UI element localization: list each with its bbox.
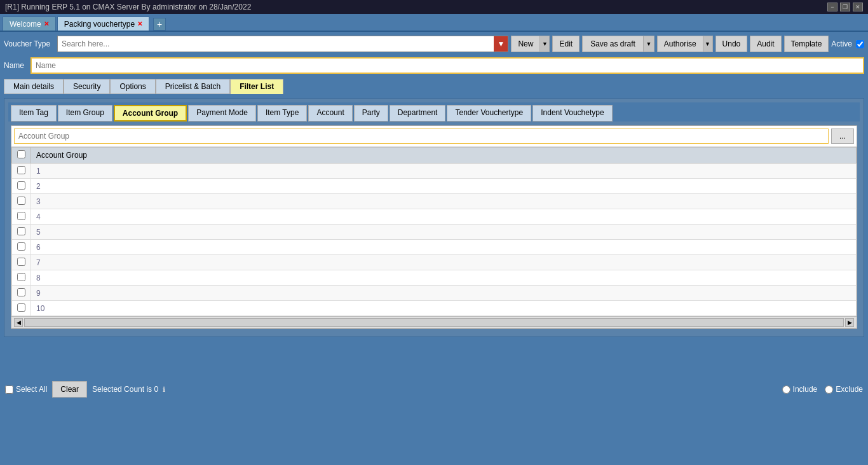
sub-tab-item-group[interactable]: Item Group	[58, 105, 112, 121]
row-checkbox[interactable]	[17, 181, 25, 190]
row-checkbox[interactable]	[17, 197, 25, 205]
tab-packing[interactable]: Packing vouchertype ✕	[57, 17, 149, 31]
selected-count-label: Selected Count is 0 ℹ	[92, 385, 165, 394]
row-checkbox[interactable]	[17, 242, 25, 251]
row-checkbox[interactable]	[17, 166, 25, 174]
row-account-group: 1	[31, 163, 857, 179]
sub-tab-item-tag[interactable]: Item Tag	[11, 105, 57, 121]
sub-tab-payment-mode[interactable]: Payment Mode	[188, 105, 256, 121]
title-bar-controls: − ❐ ✕	[827, 3, 863, 11]
toolbar-row: Voucher Type ▼ New ▼ Edit Save as draft …	[4, 36, 864, 52]
table-row: 3	[12, 194, 857, 209]
row-account-group: 8	[31, 270, 857, 286]
row-account-group: 4	[31, 209, 857, 225]
tab-welcome-close[interactable]: ✕	[44, 20, 49, 27]
row-account-group: 2	[31, 179, 857, 194]
template-button[interactable]: Template	[784, 36, 829, 52]
select-all-header	[12, 148, 31, 163]
account-group-table: Account Group 1 2 3	[11, 147, 857, 316]
authorise-arrow-button[interactable]: ▼	[703, 36, 713, 52]
tab-main-details[interactable]: Main details	[4, 79, 64, 94]
row-checkbox-cell	[12, 179, 31, 194]
scroll-track[interactable]	[24, 318, 844, 327]
sub-tab-tender-voucher[interactable]: Tender Vouchertype	[447, 105, 531, 121]
sub-tabs: Item Tag Item Group Account Group Paymen…	[8, 102, 860, 121]
row-checkbox-cell	[12, 240, 31, 255]
sub-tab-account-group[interactable]: Account Group	[114, 105, 187, 121]
edit-button[interactable]: Edit	[552, 36, 580, 52]
row-checkbox[interactable]	[17, 288, 25, 296]
tab-security[interactable]: Security	[64, 79, 110, 94]
new-button-group: New ▼	[511, 36, 550, 52]
authorise-button-group: Authorise ▼	[657, 36, 713, 52]
authorise-button[interactable]: Authorise	[657, 36, 703, 52]
exclude-radio[interactable]	[825, 385, 833, 394]
active-checkbox-right[interactable]	[856, 40, 864, 48]
row-checkbox[interactable]	[17, 212, 25, 220]
row-checkbox[interactable]	[17, 303, 25, 312]
tab-add-button[interactable]: +	[153, 18, 166, 31]
audit-button[interactable]: Audit	[750, 36, 781, 52]
tab-packing-close[interactable]: ✕	[137, 20, 142, 27]
row-checkbox-cell	[12, 255, 31, 270]
sub-tab-indent-voucher[interactable]: Indent Vouchetype	[532, 105, 612, 121]
content-panel: Item Tag Item Group Account Group Paymen…	[4, 98, 864, 337]
tab-welcome[interactable]: Welcome ✕	[3, 17, 56, 31]
active-label-right: Active	[831, 39, 852, 48]
tab-filter-list[interactable]: Filter List	[230, 79, 283, 94]
name-label: Name	[4, 61, 27, 70]
row-account-group: 7	[31, 255, 857, 270]
select-all-checkbox[interactable]	[5, 385, 13, 394]
row-checkbox-cell	[12, 301, 31, 316]
tab-pricelist[interactable]: Pricelist & Batch	[156, 79, 230, 94]
table-row: 2	[12, 179, 857, 194]
row-checkbox[interactable]	[17, 227, 25, 235]
window-title: [R1] Running ERP 5.1 on CMAX Server By a…	[5, 3, 251, 11]
clear-button[interactable]: Clear	[52, 381, 87, 398]
save-draft-group: Save as draft ▼	[582, 36, 654, 52]
table-row: 5	[12, 225, 857, 240]
save-draft-arrow[interactable]: ▼	[643, 36, 654, 52]
sub-tab-department[interactable]: Department	[390, 105, 446, 121]
row-checkbox-cell	[12, 270, 31, 286]
minimize-button[interactable]: −	[827, 3, 837, 11]
undo-button[interactable]: Undo	[715, 36, 748, 52]
row-account-group: 10	[31, 301, 857, 316]
new-button[interactable]: New	[511, 36, 539, 52]
tab-options[interactable]: Options	[110, 79, 155, 94]
close-button[interactable]: ✕	[853, 3, 863, 11]
table-row: 9	[12, 286, 857, 301]
horizontal-scrollbar: ◀ ▶	[11, 316, 857, 328]
nav-tabs: Main details Security Options Pricelist …	[4, 79, 864, 94]
sub-tab-account[interactable]: Account	[308, 105, 352, 121]
restore-button[interactable]: ❐	[840, 3, 850, 11]
voucher-type-label: Voucher Type	[4, 39, 55, 48]
table-browse-button[interactable]: ...	[831, 128, 854, 144]
scroll-left-button[interactable]: ◀	[14, 318, 23, 327]
name-input[interactable]	[31, 57, 864, 74]
row-checkbox-cell	[12, 286, 31, 301]
header-checkbox[interactable]	[17, 150, 25, 158]
exclude-radio-label[interactable]: Exclude	[825, 385, 863, 394]
name-row: Name	[4, 57, 864, 74]
title-bar: [R1] Running ERP 5.1 on CMAX Server By a…	[0, 0, 868, 14]
table-row: 8	[12, 270, 857, 286]
account-group-search[interactable]	[14, 128, 829, 144]
sub-tab-party[interactable]: Party	[354, 105, 388, 121]
tab-bar: Welcome ✕ Packing vouchertype ✕ +	[0, 14, 868, 32]
row-account-group: 6	[31, 240, 857, 255]
sub-tab-item-type[interactable]: Item Type	[257, 105, 307, 121]
save-draft-button[interactable]: Save as draft	[582, 36, 643, 52]
voucher-type-input[interactable]	[58, 36, 494, 52]
include-radio-label[interactable]: Include	[782, 385, 818, 394]
scroll-right-button[interactable]: ▶	[845, 318, 854, 327]
row-account-group: 9	[31, 286, 857, 301]
voucher-type-search: ▼	[57, 36, 508, 52]
row-checkbox[interactable]	[17, 273, 25, 281]
new-arrow-button[interactable]: ▼	[539, 36, 550, 52]
voucher-type-dropdown[interactable]: ▼	[494, 36, 508, 52]
row-checkbox[interactable]	[17, 258, 25, 266]
include-radio[interactable]	[782, 385, 790, 394]
include-exclude-group: Include Exclude	[782, 385, 863, 394]
select-all-label: Select All	[16, 385, 47, 394]
